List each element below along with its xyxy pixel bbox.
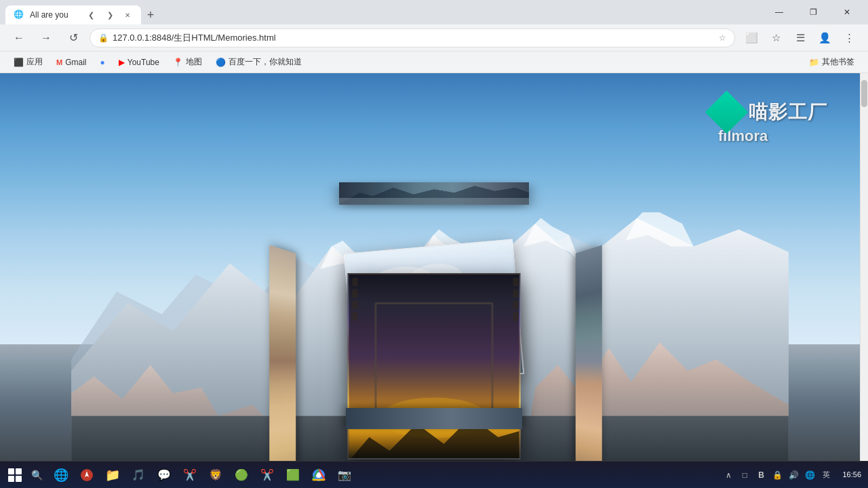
maps-icon: 📍 [173,58,183,67]
taskbar-app-chat[interactable]: 💬 [152,463,176,487]
taskbar-app-chrome[interactable] [307,463,331,487]
bookmark-maps[interactable]: 📍 地图 [167,54,208,70]
taskbar-app-scissors[interactable]: ✂️ [255,463,279,487]
capture-icon[interactable]: ⬜ [741,27,762,49]
svg-rect-4 [71,415,789,461]
reading-list-icon[interactable]: ☰ [789,27,811,49]
win-logo-tl [8,468,14,474]
back-btn[interactable]: ← [8,27,30,49]
gmail-icon: M [56,58,62,66]
circle-icon: ● [100,58,105,67]
address-bar[interactable]: 🔒 127.0.0.1:8848/生日HTML/Memories.html ☆ [90,28,735,47]
start-btn[interactable] [3,463,27,487]
tab-next-btn[interactable]: ❯ [103,8,117,22]
browser-tab[interactable]: 🌐 All are you ❮ ❯ ✕ [5,5,141,24]
tray-volume-icon[interactable]: 🔊 [787,468,800,482]
restore-btn[interactable]: ❐ [797,1,829,23]
diamond-shape [705,91,749,134]
bookmark-other[interactable]: 📁 其他书签 [804,54,860,70]
baidu-icon: 🔵 [216,58,226,67]
title-bar: 🌐 All are you ❮ ❯ ✕ + — ❐ ✕ [0,0,868,24]
tab-prev-btn[interactable]: ❮ [84,8,98,22]
bookmark-other-label: 其他书签 [822,56,854,68]
taskbar: 🔍 🌐 📁 🎵 💬 ✂️ 🦁 🟢 ✂️ 🟩 📷 ∧ □ B � [0,461,868,488]
tab-close-btn[interactable]: ✕ [122,9,133,20]
tray-lang-icon[interactable]: 英 [819,468,833,482]
clock-time: 16:56 [842,470,861,479]
tab-bar: 🌐 All are you ❮ ❯ ✕ + [5,0,761,24]
bookmark-gmail-label: Gmail [65,58,86,67]
bookmark-maps-label: 地图 [186,56,202,68]
nav-right-icons: ⬜ ☆ ☰ 👤 ⋮ [741,27,860,49]
taskbar-app-music[interactable]: 🎵 [126,463,151,487]
refresh-btn[interactable]: ↺ [62,27,84,49]
browser-window: 🌐 All are you ❮ ❯ ✕ + — ❐ ✕ ← → ↺ 🔒 127.… [0,0,868,488]
bookmark-apps[interactable]: ⬛ 应用 [8,54,48,70]
bookmark-star-icon[interactable]: ☆ [719,33,726,43]
taskbar-app-green[interactable]: 🟢 [229,463,254,487]
bookmark-gmail[interactable]: M Gmail [51,56,92,69]
youtube-icon: ▶ [119,58,125,67]
tab-title: All are you [30,10,79,20]
win-logo-bl [8,476,14,482]
bookmark-baidu-label: 百度一下，你就知道 [229,56,302,68]
apps-icon: ⬛ [14,58,24,67]
folder-icon: 📁 [809,58,819,67]
taskbar-app-edge[interactable]: 🌐 [49,463,73,487]
nav-bar: ← → ↺ 🔒 127.0.0.1:8848/生日HTML/Memories.h… [0,24,868,52]
taskbar-tray: ∧ □ B 🔒 🔊 🌐 英 [716,468,838,482]
window-controls: — ❐ ✕ [764,1,863,23]
bookmark-baidu[interactable]: 🔵 百度一下，你就知道 [210,54,307,70]
taskbar-app-browser[interactable]: 🦁 [203,463,228,487]
taskbar-app-camera[interactable]: 📷 [332,463,357,487]
win-logo-br [16,476,22,482]
filmora-diamond-container [708,94,749,131]
tray-lock-icon[interactable]: 🔒 [770,468,784,482]
url-text: 127.0.0.1:8848/生日HTML/Memories.html [113,32,715,44]
bookmark-apps-label: 应用 [26,56,43,68]
bookmarks-bar: ⬛ 应用 M Gmail ● ▶ YouTube 📍 地图 🔵 百度一下，你就知… [0,52,868,73]
new-tab-btn[interactable]: + [141,5,160,24]
scrollbar-thumb[interactable] [861,80,867,107]
tray-up-icon[interactable]: ∧ [722,468,735,482]
tab-favicon: 🌐 [14,9,24,20]
taskbar-app-folder[interactable]: 📁 [100,463,125,487]
taskbar-search[interactable]: 🔍 [27,466,46,485]
minimize-btn[interactable]: — [764,1,795,23]
filmora-cat-text: 喵影工厂 [749,100,827,125]
close-btn[interactable]: ✕ [831,1,863,23]
filmora-watermark: 喵影工厂 filmora [708,94,827,145]
lock-icon: 🔒 [98,33,108,43]
taskbar-app-red[interactable] [75,463,99,487]
tray-network-icon[interactable]: 🌐 [803,468,816,482]
favorites-icon[interactable]: ☆ [765,27,787,49]
forward-btn[interactable]: → [35,27,57,49]
win-logo-tr [16,468,22,474]
profile-icon[interactable]: 👤 [814,27,835,49]
tray-screen-icon[interactable]: □ [738,468,751,482]
bookmark-youtube-label: YouTube [127,58,159,67]
windows-logo [8,468,22,482]
tray-bold-icon[interactable]: B [754,468,768,482]
scrollbar-track [860,73,868,461]
taskbar-apps: 🌐 📁 🎵 💬 ✂️ 🦁 🟢 ✂️ 🟩 📷 [49,463,357,487]
bookmark-youtube[interactable]: ▶ YouTube [113,56,165,69]
mountains-svg [0,190,860,461]
page-content: 喵影工厂 filmora [0,73,868,461]
taskbar-app-green2[interactable]: 🟩 [281,463,305,487]
menu-icon[interactable]: ⋮ [838,27,860,49]
taskbar-app-cut[interactable]: ✂️ [178,463,202,487]
taskbar-clock[interactable]: 16:56 [838,470,865,479]
bookmark-circle[interactable]: ● [95,56,111,69]
filmora-logo-area: 喵影工厂 [708,94,827,131]
